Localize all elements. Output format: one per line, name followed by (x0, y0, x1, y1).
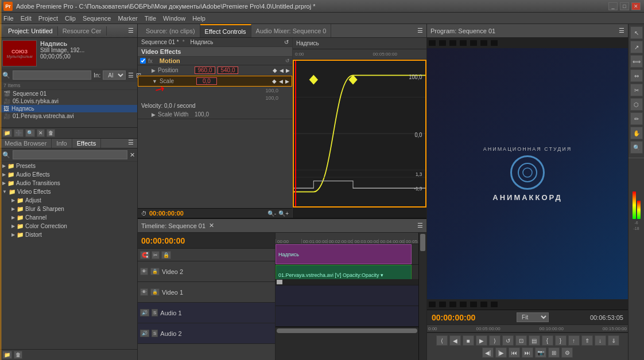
video1-eye-btn[interactable]: 👁 (140, 288, 148, 296)
scale-nav-left[interactable]: ◀ (279, 79, 283, 84)
safe-margins-btn[interactable]: ⊡ (515, 335, 527, 346)
tree-item-blur-sharpen[interactable]: ▶ 📁 Blur & Sharpen (0, 205, 137, 213)
delete-btn[interactable]: 🗑 (46, 129, 55, 137)
lift-btn[interactable]: ↑ (568, 335, 580, 346)
video2-lock-btn[interactable]: 🔒 (150, 268, 160, 275)
position-nav-left[interactable]: ◀ (280, 68, 284, 73)
motion-reset-icon[interactable]: ↺ (285, 58, 290, 64)
tab-effects[interactable]: Effects (72, 139, 101, 148)
find-btn[interactable]: 🔍 (25, 129, 35, 137)
tab-resource-center[interactable]: Resource Cer (58, 26, 107, 36)
snap-btn[interactable]: 🧲 (140, 251, 150, 259)
mark-out-btn[interactable]: } (555, 335, 567, 346)
overwrite-btn[interactable]: ⇓ (608, 335, 619, 346)
effects-search-input[interactable] (13, 150, 127, 159)
loop-btn[interactable]: ↺ (502, 335, 514, 346)
effects-panel-menu[interactable]: ☰ (125, 139, 137, 148)
tree-item-distort[interactable]: ▶ 📁 Distort (0, 230, 137, 239)
clear-btn[interactable]: ✕ (37, 129, 45, 137)
step-back-btn[interactable]: ⟨ (436, 335, 448, 346)
list-item[interactable]: 🎥 01.Pervaya.vstrecha.avi (0, 112, 137, 120)
menu-edit[interactable]: Edit (21, 15, 32, 22)
timeline-timecode[interactable]: 00:00:00:00 (138, 233, 275, 249)
monitor-timecode[interactable]: 00:00:00:00 (432, 313, 475, 322)
fast-fwd-btn[interactable]: ⏭ (522, 347, 533, 358)
slip-tool-btn[interactable]: ⬡ (630, 98, 643, 111)
panel-menu-icon[interactable]: ☰ (128, 27, 134, 34)
motion-enable-checkbox[interactable] (140, 58, 146, 64)
razor-tool-btn[interactable]: ✂ (630, 84, 643, 96)
video1-lock-btn[interactable]: 🔒 (150, 288, 160, 296)
position-nav-right[interactable]: ▶ (286, 68, 290, 73)
h-scrollbar-thumb[interactable] (277, 328, 417, 333)
v-scrollbar-thumb[interactable] (420, 234, 425, 251)
audio1-solo-btn[interactable]: S (152, 309, 158, 316)
effects-clear-icon[interactable]: ✕ (130, 151, 135, 159)
timeline-v-scrollbar[interactable] (418, 233, 426, 360)
tree-item-audio-transitions[interactable]: ▶ 📁 Audio Transitions (0, 179, 137, 187)
ec-zoom-in[interactable]: 🔍+ (278, 210, 289, 217)
tree-item-audio-effects[interactable]: ▶ 📁 Audio Effects (0, 170, 137, 179)
timeline-close[interactable]: ✕ (209, 222, 214, 229)
menu-project[interactable]: Project (38, 15, 58, 22)
tab-source-no-clips[interactable]: Source: (no clips) (141, 24, 200, 37)
monitor-menu[interactable]: ☰ (619, 27, 624, 34)
menu-marker[interactable]: Marker (118, 15, 137, 22)
reset-icon[interactable]: ↺ (284, 39, 289, 45)
play-reverse-btn[interactable]: ◀ (449, 335, 461, 346)
menu-title[interactable]: Title (145, 15, 156, 22)
list-view-icon[interactable]: ☰ (128, 72, 134, 79)
track-select-btn[interactable]: ↗ (630, 41, 643, 53)
position-keyframe-icon[interactable]: ◆ (273, 67, 277, 73)
fit-dropdown[interactable]: Fit 25% 50% 100% (517, 312, 549, 322)
pen-tool-btn[interactable]: ✏ (630, 112, 643, 125)
list-item[interactable]: 🎥 05.Lovis.rybka.avi (0, 97, 137, 105)
maximize-button[interactable]: □ (620, 2, 629, 10)
mark-in-btn[interactable]: { (542, 335, 553, 346)
close-button[interactable]: ✕ (631, 2, 641, 10)
list-item[interactable]: 🖼 Надпись (0, 105, 137, 112)
list-item[interactable]: 🎬 Sequence 01 (0, 90, 137, 97)
output-btn[interactable]: ▤ (529, 335, 540, 346)
audio2-solo-btn[interactable]: S (152, 330, 158, 337)
tab-effect-controls[interactable]: Effect Controls (200, 24, 251, 37)
export-frame-btn[interactable]: 📷 (535, 347, 546, 358)
insert-btn[interactable]: ↓ (595, 335, 606, 346)
tab-project-untitled[interactable]: Project: Untitled (3, 26, 58, 36)
tab-audio-mixer[interactable]: Audio Mixer: Sequence 0 (251, 24, 332, 37)
go-prev-edit-btn[interactable]: ◀| (482, 347, 494, 358)
position-x-value[interactable]: 960,0 (195, 66, 215, 74)
video2-clip[interactable]: Надпись (276, 244, 412, 264)
scale-value[interactable]: 0,0 (196, 77, 217, 85)
menu-help[interactable]: Help (192, 15, 205, 22)
rate-stretch-btn[interactable]: ⇔ (630, 69, 643, 82)
multi-camera-btn[interactable]: ⊞ (548, 347, 560, 358)
lock-btn[interactable]: 🔒 (161, 251, 171, 259)
project-search-input[interactable] (13, 71, 91, 80)
stop-btn[interactable]: ■ (463, 335, 474, 346)
extract-btn[interactable]: ⇑ (581, 335, 593, 346)
tab-info[interactable]: Info (52, 139, 72, 148)
tree-item-video-effects[interactable]: ▼ 📁 Video Effects (0, 187, 137, 196)
audio1-mute-btn[interactable]: 🔊 (140, 309, 149, 316)
zoom-tool-btn[interactable]: 🔍 (630, 141, 643, 154)
play-btn[interactable]: ▶ (476, 335, 487, 346)
timeline-menu[interactable]: ☰ (417, 222, 423, 229)
menu-file[interactable]: File (3, 15, 14, 22)
ec-zoom-out[interactable]: 🔍- (267, 210, 276, 217)
audio2-mute-btn[interactable]: 🔊 (140, 330, 149, 337)
ec-panel-menu[interactable]: ☰ (417, 27, 423, 34)
track-area-video2[interactable]: Надпись (276, 244, 418, 265)
rewind-btn[interactable]: ⏮ (509, 347, 520, 358)
new-custom-bin-btn[interactable]: 📁 (2, 351, 12, 359)
position-toggle[interactable]: ▶ (152, 68, 156, 73)
tab-media-browser[interactable]: Media Browser (0, 139, 52, 148)
tree-item-channel[interactable]: ▶ 📁 Channel (0, 213, 137, 222)
new-bin-btn[interactable]: 📁 (2, 129, 12, 137)
position-y-value[interactable]: 540,0 (218, 66, 238, 74)
razor-btn[interactable]: ✂ (152, 251, 160, 259)
track-area-video1[interactable]: 01.Pervaya.vstrecha.avi [V] Opacity:Opac… (276, 265, 418, 285)
minimize-button[interactable]: _ (608, 2, 618, 10)
in-dropdown[interactable]: All (103, 71, 126, 80)
tree-item-presets[interactable]: ▶ 📁 Presets (0, 162, 137, 170)
